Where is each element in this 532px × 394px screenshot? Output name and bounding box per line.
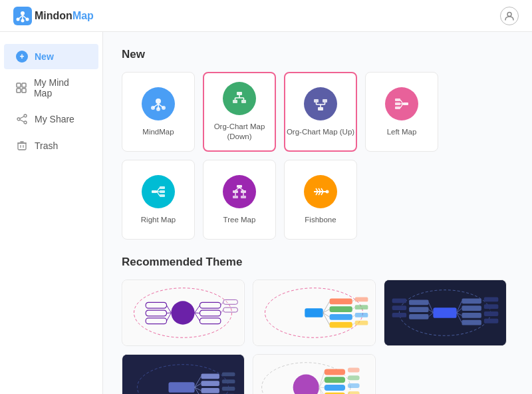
theme-card-1[interactable] [122, 280, 245, 346]
svg-point-8 [507, 12, 511, 16]
app-header: MindonMap [0, 0, 532, 32]
user-avatar-button[interactable] [500, 7, 519, 25]
map-card-right-map[interactable]: Right Map [122, 160, 195, 240]
map-card-tree-map[interactable]: Tree Map [203, 160, 276, 240]
svg-line-57 [157, 192, 160, 196]
svg-rect-135 [392, 305, 407, 310]
sidebar-item-my-mind-map-label: My Mind Map [34, 77, 86, 98]
svg-rect-127 [484, 319, 499, 323]
logo-text: MindonMap [35, 10, 94, 22]
svg-rect-10 [22, 83, 26, 87]
map-card-fishbone[interactable]: Fishbone [284, 160, 357, 240]
svg-rect-140 [201, 373, 219, 379]
svg-rect-115 [433, 307, 456, 318]
sidebar-item-new-label: New [35, 51, 54, 62]
svg-rect-31 [233, 100, 237, 103]
svg-rect-54 [160, 194, 165, 197]
svg-rect-51 [152, 190, 157, 193]
svg-rect-38 [314, 99, 319, 102]
left-map-icon [385, 87, 418, 120]
svg-rect-149 [222, 379, 235, 383]
svg-rect-141 [201, 381, 219, 386]
svg-rect-158 [325, 377, 345, 383]
svg-rect-168 [348, 375, 360, 380]
svg-point-15 [24, 121, 27, 124]
svg-rect-119 [462, 320, 481, 325]
svg-rect-108 [355, 321, 368, 325]
theme-card-5[interactable] [253, 354, 376, 394]
svg-rect-105 [355, 297, 368, 301]
svg-rect-53 [160, 190, 165, 193]
svg-rect-58 [237, 185, 242, 188]
svg-rect-169 [348, 383, 360, 388]
svg-rect-100 [330, 322, 352, 328]
right-map-label: Right Map [141, 215, 176, 225]
svg-rect-170 [348, 391, 360, 394]
svg-rect-12 [22, 89, 26, 93]
svg-rect-134 [392, 298, 407, 303]
map-card-left-map[interactable]: Left Map [365, 72, 438, 152]
svg-line-17 [20, 120, 24, 122]
svg-rect-44 [403, 102, 408, 105]
svg-rect-52 [160, 186, 165, 189]
svg-rect-99 [330, 314, 352, 320]
theme-card-2[interactable] [253, 280, 376, 346]
map-card-org-up[interactable]: Org-Chart Map (Up) [284, 72, 357, 152]
trash-icon [16, 140, 28, 152]
svg-rect-106 [355, 305, 368, 309]
mindmap-label: MindMap [142, 127, 174, 137]
fishbone-label: Fishbone [305, 215, 336, 225]
svg-rect-159 [325, 385, 345, 391]
sidebar: + New My Mind Map [0, 32, 103, 394]
svg-rect-107 [355, 313, 368, 317]
svg-rect-11 [17, 89, 21, 93]
svg-rect-61 [233, 196, 238, 198]
svg-rect-60 [241, 190, 246, 193]
theme-grid [122, 280, 513, 394]
svg-rect-32 [241, 100, 246, 103]
grid-icon [16, 82, 27, 94]
org-up-icon [304, 87, 337, 120]
svg-rect-37 [318, 107, 323, 110]
svg-rect-96 [305, 308, 323, 317]
sidebar-item-trash-label: Trash [35, 140, 58, 151]
share-icon [16, 113, 28, 125]
fishbone-icon [304, 175, 337, 208]
app-body: + New My Mind Map [0, 32, 532, 394]
sidebar-item-new[interactable]: + New [4, 44, 98, 69]
svg-rect-18 [18, 143, 26, 150]
theme-card-4[interactable] [122, 354, 245, 394]
svg-rect-142 [201, 388, 219, 393]
svg-line-50 [400, 104, 403, 108]
svg-line-63 [235, 188, 239, 190]
map-card-org-down[interactable]: Org-Chart Map (Down) [203, 72, 276, 152]
svg-rect-97 [330, 298, 352, 304]
svg-rect-117 [462, 305, 481, 311]
svg-point-14 [17, 118, 20, 120]
svg-point-77 [171, 301, 194, 324]
theme-card-3[interactable] [384, 280, 507, 346]
svg-rect-118 [462, 313, 481, 318]
right-map-icon [142, 175, 175, 208]
new-badge-icon: + [16, 51, 28, 63]
svg-point-1 [21, 11, 25, 15]
svg-line-55 [157, 188, 160, 192]
svg-rect-139 [168, 382, 194, 393]
svg-rect-148 [222, 372, 235, 376]
sidebar-item-my-share[interactable]: My Share [4, 106, 98, 132]
left-map-label: Left Map [387, 127, 417, 137]
svg-rect-167 [348, 368, 360, 373]
new-section-title: New [122, 48, 513, 61]
sidebar-item-trash[interactable]: Trash [4, 133, 98, 158]
logo: MindonMap [13, 7, 94, 25]
svg-rect-46 [395, 102, 400, 105]
svg-point-13 [24, 114, 27, 117]
sidebar-item-my-mind-map[interactable]: My Mind Map [4, 71, 98, 105]
main-content: New MindMap [103, 32, 532, 394]
map-type-grid: MindMap Org-Chart Map (Down) [122, 72, 513, 240]
svg-rect-136 [392, 313, 407, 317]
map-card-mindmap[interactable]: MindMap [122, 72, 195, 152]
svg-rect-116 [462, 298, 481, 303]
svg-rect-45 [395, 98, 400, 101]
svg-rect-62 [241, 196, 246, 198]
